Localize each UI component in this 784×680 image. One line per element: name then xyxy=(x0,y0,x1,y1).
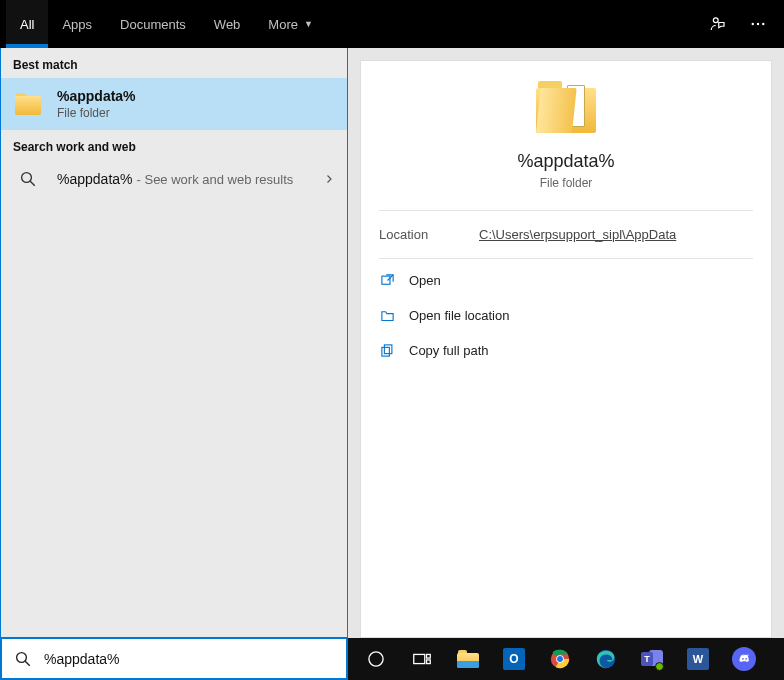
svg-rect-14 xyxy=(427,660,431,664)
search-input[interactable] xyxy=(44,651,334,667)
svg-point-17 xyxy=(557,656,563,662)
search-work-web-label: Search work and web xyxy=(1,130,347,160)
action-open-location-label: Open file location xyxy=(409,308,509,323)
svg-line-5 xyxy=(30,181,35,186)
tab-more-label: More xyxy=(268,17,298,32)
result-web-hint: - See work and web results xyxy=(137,172,294,187)
search-icon xyxy=(14,650,32,668)
copy-icon xyxy=(379,343,395,358)
result-web-texts: %appdata% - See work and web results xyxy=(57,171,293,187)
result-web-title: %appdata% xyxy=(57,171,133,187)
svg-rect-8 xyxy=(381,347,389,356)
action-open-label: Open xyxy=(409,273,441,288)
search-body: Best match %appdata% File folder Search … xyxy=(0,48,784,638)
taskbar-icons: O T W xyxy=(348,638,784,680)
folder-open-icon xyxy=(379,308,395,323)
taskbar-teams-icon[interactable]: T xyxy=(630,638,674,680)
taskbar-outlook-icon[interactable]: O xyxy=(492,638,536,680)
result-web[interactable]: %appdata% - See work and web results xyxy=(1,160,347,198)
taskbar-cortana-icon[interactable] xyxy=(354,638,398,680)
svg-point-2 xyxy=(757,23,759,25)
preview-pane: %appdata% File folder Location C:\Users\… xyxy=(348,48,784,638)
tab-all-label: All xyxy=(20,17,34,32)
taskbar-discord-icon[interactable] xyxy=(722,638,766,680)
ellipsis-icon[interactable] xyxy=(738,0,778,48)
results-list: Best match %appdata% File folder Search … xyxy=(0,48,348,638)
svg-point-11 xyxy=(369,652,383,666)
open-icon xyxy=(379,273,395,288)
svg-rect-13 xyxy=(427,654,431,658)
location-label: Location xyxy=(379,227,439,242)
svg-rect-6 xyxy=(381,276,389,284)
preview-title: %appdata% xyxy=(517,151,614,172)
svg-point-0 xyxy=(713,18,718,23)
svg-point-1 xyxy=(752,23,754,25)
svg-line-10 xyxy=(25,661,30,666)
tab-apps[interactable]: Apps xyxy=(48,0,106,48)
search-tabs: All Apps Documents Web More ▼ xyxy=(0,0,784,48)
tab-all[interactable]: All xyxy=(6,0,48,48)
preview-subtitle: File folder xyxy=(540,176,593,190)
action-open-file-location[interactable]: Open file location xyxy=(365,298,767,333)
svg-point-9 xyxy=(17,652,27,662)
search-box[interactable] xyxy=(0,638,348,680)
best-match-label: Best match xyxy=(1,48,347,78)
chevron-down-icon: ▼ xyxy=(304,19,313,29)
taskbar-chrome-icon[interactable] xyxy=(538,638,582,680)
taskbar: O T W xyxy=(0,638,784,680)
svg-point-3 xyxy=(762,23,764,25)
search-icon xyxy=(13,170,43,188)
windows-search-panel: All Apps Documents Web More ▼ Best match xyxy=(0,0,784,680)
location-row: Location C:\Users\erpsupport_sipl\AppDat… xyxy=(361,211,771,258)
preview-card: %appdata% File folder Location C:\Users\… xyxy=(360,60,772,638)
result-subtitle: File folder xyxy=(57,106,136,120)
result-best-match[interactable]: %appdata% File folder xyxy=(1,78,347,130)
tab-web-label: Web xyxy=(214,17,241,32)
folder-icon-large xyxy=(536,81,596,133)
svg-rect-12 xyxy=(414,654,425,663)
tab-documents[interactable]: Documents xyxy=(106,0,200,48)
taskbar-taskview-icon[interactable] xyxy=(400,638,444,680)
tab-more[interactable]: More ▼ xyxy=(254,0,327,48)
location-path-link[interactable]: C:\Users\erpsupport_sipl\AppData xyxy=(479,227,676,242)
tab-web[interactable]: Web xyxy=(200,0,255,48)
action-open[interactable]: Open xyxy=(365,263,767,298)
taskbar-word-icon[interactable]: W xyxy=(676,638,720,680)
preview-header: %appdata% File folder xyxy=(361,81,771,210)
result-texts: %appdata% File folder xyxy=(57,88,136,120)
action-copy-path-label: Copy full path xyxy=(409,343,489,358)
chevron-right-icon[interactable] xyxy=(323,173,335,185)
svg-point-4 xyxy=(22,173,32,183)
tab-apps-label: Apps xyxy=(62,17,92,32)
taskbar-file-explorer-icon[interactable] xyxy=(446,638,490,680)
taskbar-edge-icon[interactable] xyxy=(584,638,628,680)
result-title: %appdata% xyxy=(57,88,136,104)
preview-actions: Open Open file location Copy full path xyxy=(361,259,771,368)
feedback-icon[interactable] xyxy=(698,0,738,48)
action-copy-full-path[interactable]: Copy full path xyxy=(365,333,767,368)
svg-rect-7 xyxy=(384,345,392,354)
tab-documents-label: Documents xyxy=(120,17,186,32)
folder-icon xyxy=(13,93,43,115)
